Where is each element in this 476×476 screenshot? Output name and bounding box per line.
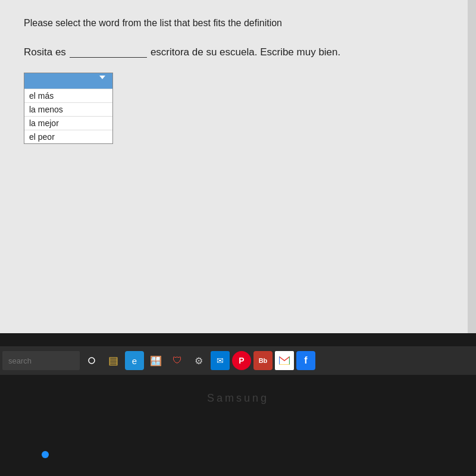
gmail-icon[interactable]: [275, 351, 294, 370]
pinterest-icon[interactable]: P: [232, 351, 251, 370]
ms-store-icon[interactable]: 🪟: [146, 351, 165, 370]
instruction-text: Please select the word from the list tha…: [24, 18, 452, 29]
sentence-after: escritora de su escuela. Escribe muy bie…: [151, 46, 340, 58]
defender-icon[interactable]: 🛡: [168, 351, 187, 370]
dropdown-option-3[interactable]: la mejor: [24, 116, 112, 130]
blue-dot-indicator: [42, 451, 49, 458]
taskbar: ▤ e 🪟 🛡 ⚙ ✉ P Bb: [0, 346, 476, 375]
scrollbar[interactable]: [468, 0, 476, 333]
file-explorer-icon[interactable]: ▤: [104, 351, 123, 370]
dropdown-cursor-icon: [99, 76, 105, 79]
dropdown-list[interactable]: el más la menos la mejor el peor: [24, 73, 113, 144]
blank-field: [70, 47, 147, 58]
mail-icon[interactable]: ✉: [211, 351, 230, 370]
settings-icon[interactable]: ⚙: [189, 351, 208, 370]
search-input[interactable]: [2, 351, 80, 370]
facebook-icon[interactable]: f: [296, 351, 315, 370]
dropdown-header[interactable]: [24, 73, 112, 89]
sentence-before: Rosita es: [24, 46, 66, 58]
dropdown-option-2[interactable]: la menos: [24, 102, 112, 116]
main-screen: Please select the word from the list tha…: [0, 0, 476, 333]
sentence-row: Rosita es escritora de su escuela. Escri…: [24, 46, 452, 58]
svg-point-0: [89, 358, 95, 364]
watermark-text: Samsung: [207, 392, 269, 405]
taskview-icon[interactable]: [82, 351, 101, 370]
dropdown-option-1[interactable]: el más: [24, 89, 112, 102]
blackboard-icon[interactable]: Bb: [253, 351, 273, 370]
dark-area: ▤ e 🪟 🛡 ⚙ ✉ P Bb: [0, 333, 476, 476]
edge-icon[interactable]: e: [125, 351, 144, 370]
dropdown-option-4[interactable]: el peor: [24, 130, 112, 143]
